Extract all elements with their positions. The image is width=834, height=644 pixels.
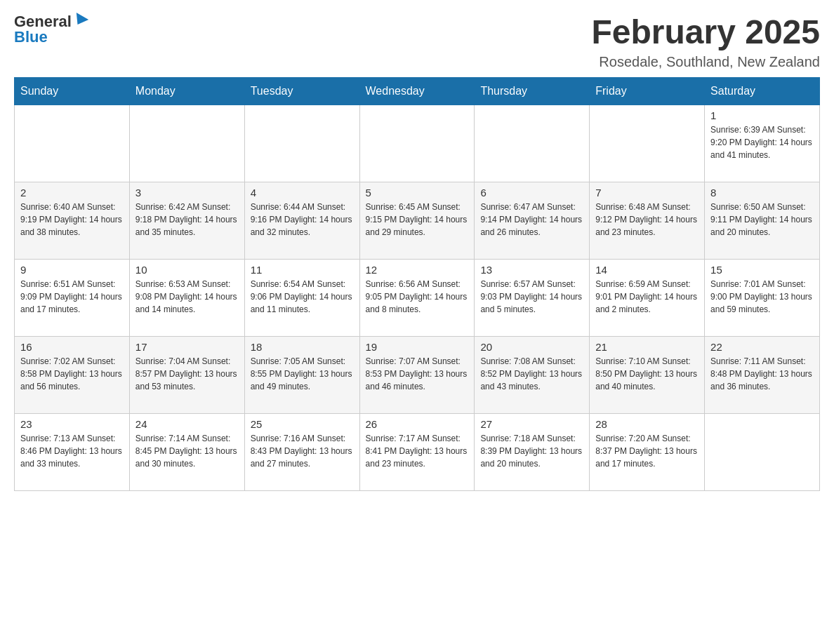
calendar-week-row: 23Sunrise: 7:13 AM Sunset: 8:46 PM Dayli… xyxy=(15,413,820,490)
day-info: Sunrise: 6:45 AM Sunset: 9:15 PM Dayligh… xyxy=(366,201,469,239)
calendar-cell: 14Sunrise: 6:59 AM Sunset: 9:01 PM Dayli… xyxy=(590,259,705,336)
day-number: 26 xyxy=(366,418,469,430)
calendar-cell: 5Sunrise: 6:45 AM Sunset: 9:15 PM Daylig… xyxy=(359,182,475,259)
day-info: Sunrise: 6:40 AM Sunset: 9:19 PM Dayligh… xyxy=(20,201,124,239)
location-subtitle: Rosedale, Southland, New Zealand xyxy=(591,54,820,70)
day-info: Sunrise: 7:20 AM Sunset: 8:37 PM Dayligh… xyxy=(595,432,699,470)
day-info: Sunrise: 6:48 AM Sunset: 9:12 PM Dayligh… xyxy=(595,201,699,239)
day-number: 2 xyxy=(20,187,124,199)
day-info: Sunrise: 6:57 AM Sunset: 9:03 PM Dayligh… xyxy=(480,278,583,316)
calendar-cell: 1Sunrise: 6:39 AM Sunset: 9:20 PM Daylig… xyxy=(705,105,820,182)
calendar-cell: 3Sunrise: 6:42 AM Sunset: 9:18 PM Daylig… xyxy=(129,182,244,259)
day-number: 20 xyxy=(480,341,583,353)
calendar-cell: 16Sunrise: 7:02 AM Sunset: 8:58 PM Dayli… xyxy=(15,336,130,413)
calendar-cell xyxy=(129,105,244,182)
day-info: Sunrise: 7:16 AM Sunset: 8:43 PM Dayligh… xyxy=(251,432,354,470)
logo-general-text: General xyxy=(14,14,72,29)
day-info: Sunrise: 6:56 AM Sunset: 9:05 PM Dayligh… xyxy=(366,278,469,316)
day-number: 22 xyxy=(710,341,814,353)
calendar-cell xyxy=(590,105,705,182)
calendar-header-tuesday: Tuesday xyxy=(244,77,359,105)
day-info: Sunrise: 7:05 AM Sunset: 8:55 PM Dayligh… xyxy=(251,355,354,393)
day-info: Sunrise: 6:51 AM Sunset: 9:09 PM Dayligh… xyxy=(20,278,124,316)
day-info: Sunrise: 7:11 AM Sunset: 8:48 PM Dayligh… xyxy=(710,355,814,393)
day-info: Sunrise: 6:53 AM Sunset: 9:08 PM Dayligh… xyxy=(135,278,239,316)
calendar-cell: 12Sunrise: 6:56 AM Sunset: 9:05 PM Dayli… xyxy=(359,259,475,336)
calendar-cell: 15Sunrise: 7:01 AM Sunset: 9:00 PM Dayli… xyxy=(705,259,820,336)
page-header: General Blue February 2025 Rosedale, Sou… xyxy=(14,14,820,70)
day-number: 1 xyxy=(710,109,814,121)
day-info: Sunrise: 6:47 AM Sunset: 9:14 PM Dayligh… xyxy=(480,201,583,239)
calendar-cell: 28Sunrise: 7:20 AM Sunset: 8:37 PM Dayli… xyxy=(590,413,705,490)
day-info: Sunrise: 6:54 AM Sunset: 9:06 PM Dayligh… xyxy=(251,278,354,316)
day-number: 19 xyxy=(366,341,469,353)
day-info: Sunrise: 7:17 AM Sunset: 8:41 PM Dayligh… xyxy=(366,432,469,470)
day-info: Sunrise: 6:44 AM Sunset: 9:16 PM Dayligh… xyxy=(251,201,354,239)
day-info: Sunrise: 7:13 AM Sunset: 8:46 PM Dayligh… xyxy=(20,432,124,470)
calendar-cell: 11Sunrise: 6:54 AM Sunset: 9:06 PM Dayli… xyxy=(244,259,359,336)
month-title: February 2025 xyxy=(591,14,820,51)
calendar-cell: 20Sunrise: 7:08 AM Sunset: 8:52 PM Dayli… xyxy=(475,336,590,413)
day-info: Sunrise: 7:10 AM Sunset: 8:50 PM Dayligh… xyxy=(595,355,699,393)
day-info: Sunrise: 7:14 AM Sunset: 8:45 PM Dayligh… xyxy=(135,432,239,470)
calendar-cell: 13Sunrise: 6:57 AM Sunset: 9:03 PM Dayli… xyxy=(475,259,590,336)
calendar-cell: 4Sunrise: 6:44 AM Sunset: 9:16 PM Daylig… xyxy=(244,182,359,259)
day-info: Sunrise: 7:01 AM Sunset: 9:00 PM Dayligh… xyxy=(710,278,814,316)
day-number: 11 xyxy=(251,264,354,276)
logo: General Blue xyxy=(14,14,87,45)
calendar-cell xyxy=(359,105,475,182)
calendar-cell: 17Sunrise: 7:04 AM Sunset: 8:57 PM Dayli… xyxy=(129,336,244,413)
calendar-header-saturday: Saturday xyxy=(705,77,820,105)
logo-triangle-icon xyxy=(72,13,88,28)
calendar-week-row: 2Sunrise: 6:40 AM Sunset: 9:19 PM Daylig… xyxy=(15,182,820,259)
calendar-cell: 19Sunrise: 7:07 AM Sunset: 8:53 PM Dayli… xyxy=(359,336,475,413)
calendar-header-friday: Friday xyxy=(590,77,705,105)
day-number: 12 xyxy=(366,264,469,276)
day-number: 24 xyxy=(135,418,239,430)
day-info: Sunrise: 6:42 AM Sunset: 9:18 PM Dayligh… xyxy=(135,201,239,239)
calendar-cell: 27Sunrise: 7:18 AM Sunset: 8:39 PM Dayli… xyxy=(475,413,590,490)
day-number: 16 xyxy=(20,341,124,353)
calendar-cell: 6Sunrise: 6:47 AM Sunset: 9:14 PM Daylig… xyxy=(475,182,590,259)
day-number: 17 xyxy=(135,341,239,353)
logo-blue-text: Blue xyxy=(14,29,48,45)
day-number: 25 xyxy=(251,418,354,430)
calendar-header-thursday: Thursday xyxy=(475,77,590,105)
day-number: 7 xyxy=(595,187,699,199)
calendar-cell xyxy=(705,413,820,490)
calendar-week-row: 16Sunrise: 7:02 AM Sunset: 8:58 PM Dayli… xyxy=(15,336,820,413)
day-number: 27 xyxy=(480,418,583,430)
day-info: Sunrise: 7:07 AM Sunset: 8:53 PM Dayligh… xyxy=(366,355,469,393)
calendar-cell: 25Sunrise: 7:16 AM Sunset: 8:43 PM Dayli… xyxy=(244,413,359,490)
calendar-cell: 9Sunrise: 6:51 AM Sunset: 9:09 PM Daylig… xyxy=(15,259,130,336)
calendar-cell: 10Sunrise: 6:53 AM Sunset: 9:08 PM Dayli… xyxy=(129,259,244,336)
day-info: Sunrise: 7:08 AM Sunset: 8:52 PM Dayligh… xyxy=(480,355,583,393)
day-number: 14 xyxy=(595,264,699,276)
day-info: Sunrise: 7:04 AM Sunset: 8:57 PM Dayligh… xyxy=(135,355,239,393)
day-number: 10 xyxy=(135,264,239,276)
day-info: Sunrise: 6:39 AM Sunset: 9:20 PM Dayligh… xyxy=(710,123,814,161)
day-info: Sunrise: 7:02 AM Sunset: 8:58 PM Dayligh… xyxy=(20,355,124,393)
day-number: 23 xyxy=(20,418,124,430)
calendar-cell: 24Sunrise: 7:14 AM Sunset: 8:45 PM Dayli… xyxy=(129,413,244,490)
day-info: Sunrise: 6:50 AM Sunset: 9:11 PM Dayligh… xyxy=(710,201,814,239)
day-number: 6 xyxy=(480,187,583,199)
calendar-week-row: 1Sunrise: 6:39 AM Sunset: 9:20 PM Daylig… xyxy=(15,105,820,182)
calendar-header-monday: Monday xyxy=(129,77,244,105)
title-area: February 2025 Rosedale, Southland, New Z… xyxy=(591,14,820,70)
calendar-cell: 7Sunrise: 6:48 AM Sunset: 9:12 PM Daylig… xyxy=(590,182,705,259)
calendar-cell xyxy=(15,105,130,182)
day-number: 18 xyxy=(251,341,354,353)
day-number: 3 xyxy=(135,187,239,199)
day-number: 9 xyxy=(20,264,124,276)
day-info: Sunrise: 7:18 AM Sunset: 8:39 PM Dayligh… xyxy=(480,432,583,470)
calendar-cell xyxy=(244,105,359,182)
calendar-cell: 21Sunrise: 7:10 AM Sunset: 8:50 PM Dayli… xyxy=(590,336,705,413)
day-number: 5 xyxy=(366,187,469,199)
calendar-cell: 22Sunrise: 7:11 AM Sunset: 8:48 PM Dayli… xyxy=(705,336,820,413)
day-number: 8 xyxy=(710,187,814,199)
calendar-week-row: 9Sunrise: 6:51 AM Sunset: 9:09 PM Daylig… xyxy=(15,259,820,336)
day-info: Sunrise: 6:59 AM Sunset: 9:01 PM Dayligh… xyxy=(595,278,699,316)
calendar-cell: 23Sunrise: 7:13 AM Sunset: 8:46 PM Dayli… xyxy=(15,413,130,490)
calendar-cell: 26Sunrise: 7:17 AM Sunset: 8:41 PM Dayli… xyxy=(359,413,475,490)
